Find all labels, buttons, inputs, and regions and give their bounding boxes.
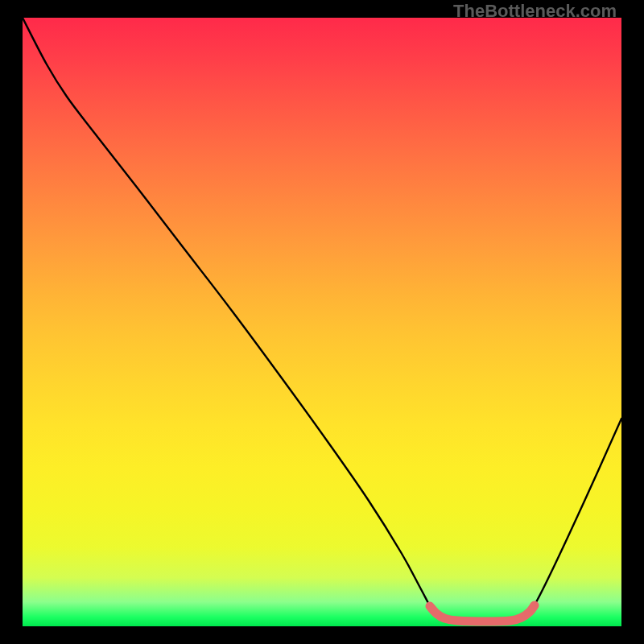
curve-layer xyxy=(23,18,621,626)
chart-area xyxy=(23,18,621,626)
highlight-band xyxy=(430,605,535,621)
bottleneck-curve xyxy=(23,18,621,621)
watermark-text: TheBottleneck.com xyxy=(453,1,617,22)
